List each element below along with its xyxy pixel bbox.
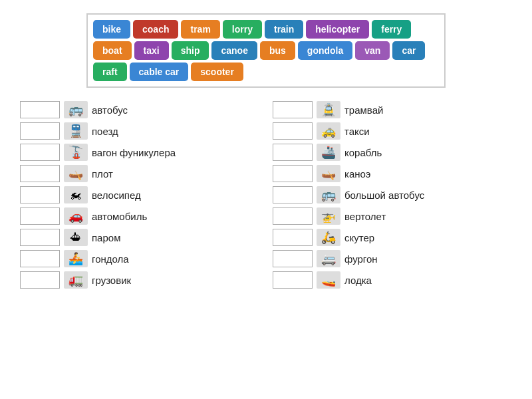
- left-row: 🚗автомобиль: [20, 207, 259, 225]
- answer-input[interactable]: [20, 101, 60, 118]
- match-area: 🚌автобус🚆поезд🚡вагон фуникулера🛶плот🏍вел…: [20, 101, 512, 289]
- answer-input[interactable]: [20, 165, 60, 182]
- left-column: 🚌автобус🚆поезд🚡вагон фуникулера🛶плот🏍вел…: [20, 101, 259, 289]
- answer-input[interactable]: [273, 250, 313, 267]
- right-row: 🚤лодка: [273, 271, 512, 289]
- answer-input[interactable]: [20, 207, 60, 225]
- item-icon: ⛴: [64, 229, 88, 246]
- word-chip-ship[interactable]: ship: [172, 41, 209, 60]
- item-icon: 🚢: [317, 144, 340, 161]
- item-icon: 🚗: [64, 207, 88, 225]
- word-chip-scooter[interactable]: scooter: [191, 63, 243, 81]
- answer-input[interactable]: [20, 229, 60, 246]
- word-chip-cable-car[interactable]: cable car: [130, 63, 189, 81]
- word-chip-train[interactable]: train: [265, 20, 303, 39]
- answer-input[interactable]: [20, 271, 60, 289]
- item-label: каноэ: [344, 168, 371, 180]
- right-row: 🛶каноэ: [273, 165, 512, 182]
- answer-input[interactable]: [273, 101, 313, 118]
- item-label: вагон фуникулера: [92, 147, 176, 158]
- word-chip-lorry[interactable]: lorry: [223, 20, 262, 39]
- answer-input[interactable]: [273, 229, 313, 246]
- answer-input[interactable]: [273, 207, 313, 225]
- right-row: 🚌большой автобус: [273, 186, 512, 203]
- item-icon: 🛶: [64, 165, 88, 182]
- item-icon: 🛶: [317, 165, 340, 182]
- item-label: корабль: [344, 147, 382, 158]
- word-bank: bikecoachtramlorrytrainhelicopterferrybo…: [86, 13, 446, 88]
- answer-input[interactable]: [273, 144, 313, 161]
- item-icon: 🚛: [64, 271, 88, 289]
- item-icon: 🚤: [317, 271, 340, 289]
- item-icon: 🚣: [64, 250, 88, 267]
- answer-input[interactable]: [273, 165, 313, 182]
- left-row: 🛶плот: [20, 165, 259, 182]
- word-chip-helicopter[interactable]: helicopter: [306, 20, 369, 39]
- item-label: автобус: [92, 104, 128, 116]
- left-row: 🚌автобус: [20, 101, 259, 118]
- word-chip-tram[interactable]: tram: [181, 20, 219, 39]
- left-row: 🚆поезд: [20, 122, 259, 140]
- right-column: 🚊трамвай🚕такси🚢корабль🛶каноэ🚌большой авт…: [273, 101, 512, 289]
- item-icon: 🚕: [317, 122, 340, 140]
- word-chip-van[interactable]: van: [355, 41, 390, 60]
- item-label: поезд: [92, 126, 118, 137]
- right-row: 🚢корабль: [273, 144, 512, 161]
- word-chip-ferry[interactable]: ferry: [372, 20, 411, 39]
- word-chip-coach[interactable]: coach: [133, 20, 178, 39]
- word-chip-bike[interactable]: bike: [93, 20, 130, 39]
- item-label: скутер: [344, 232, 374, 243]
- item-label: паром: [92, 232, 120, 243]
- right-row: 🚕такси: [273, 122, 512, 140]
- item-icon: 🚊: [317, 101, 340, 118]
- answer-input[interactable]: [20, 122, 60, 140]
- left-row: ⛴паром: [20, 229, 259, 246]
- item-icon: 🚌: [317, 186, 340, 203]
- right-row: 🚐фургон: [273, 250, 512, 267]
- answer-input[interactable]: [273, 122, 313, 140]
- item-label: фургон: [344, 253, 378, 265]
- left-row: 🚛грузовик: [20, 271, 259, 289]
- answer-input[interactable]: [20, 144, 60, 161]
- item-label: трамвай: [344, 104, 383, 116]
- item-label: вертолет: [344, 211, 386, 222]
- left-row: 🚡вагон фуникулера: [20, 144, 259, 161]
- word-chip-bus[interactable]: bus: [260, 41, 295, 60]
- right-row: 🚁вертолет: [273, 207, 512, 225]
- right-row: 🚊трамвай: [273, 101, 512, 118]
- word-chip-boat[interactable]: boat: [93, 41, 132, 60]
- item-icon: 🚐: [317, 250, 340, 267]
- item-label: плот: [92, 168, 113, 180]
- item-icon: 🛵: [317, 229, 340, 246]
- answer-input[interactable]: [20, 250, 60, 267]
- left-row: 🚣гондола: [20, 250, 259, 267]
- word-chip-canoe[interactable]: canoe: [211, 41, 257, 60]
- word-chip-car[interactable]: car: [392, 41, 425, 60]
- item-label: лодка: [344, 275, 372, 286]
- item-label: большой автобус: [344, 190, 424, 201]
- item-label: велосипед: [92, 190, 141, 201]
- item-icon: 🚡: [64, 144, 88, 161]
- right-row: 🛵скутер: [273, 229, 512, 246]
- item-icon: 🏍: [64, 186, 88, 203]
- left-row: 🏍велосипед: [20, 186, 259, 203]
- answer-input[interactable]: [20, 186, 60, 203]
- answer-input[interactable]: [273, 186, 313, 203]
- word-chip-taxi[interactable]: taxi: [134, 41, 169, 60]
- item-icon: 🚁: [317, 207, 340, 225]
- item-icon: 🚌: [64, 101, 88, 118]
- item-label: грузовик: [92, 275, 131, 286]
- word-chip-raft[interactable]: raft: [93, 63, 127, 81]
- item-label: такси: [344, 126, 370, 137]
- item-label: гондола: [92, 253, 129, 265]
- answer-input[interactable]: [273, 271, 313, 289]
- item-icon: 🚆: [64, 122, 88, 140]
- word-chip-gondola[interactable]: gondola: [298, 41, 352, 60]
- item-label: автомобиль: [92, 211, 147, 222]
